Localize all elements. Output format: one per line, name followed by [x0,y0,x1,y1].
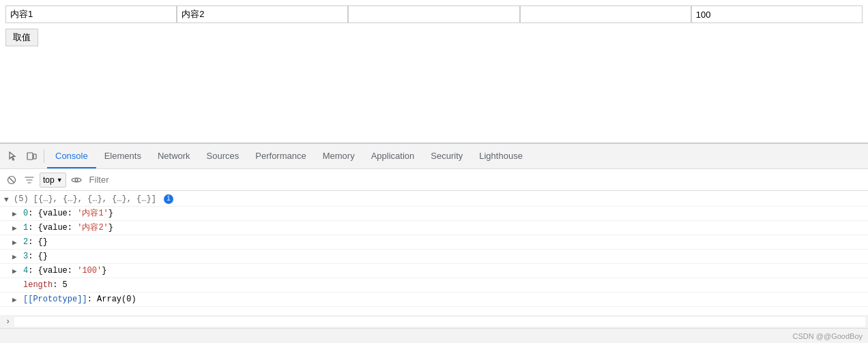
context-selector[interactable]: top ▼ [40,173,66,188]
console-line-item-2: ▶ 2: {} [0,235,868,250]
page-content: 取值 [0,0,868,143]
cursor-icon[interactable] [3,147,22,166]
expand-arrow-array[interactable]: ▼ [4,194,9,206]
tab-console[interactable]: Console [47,144,96,168]
eye-icon[interactable] [69,173,84,188]
input-field-3[interactable] [348,5,519,23]
expand-arrow-2[interactable]: ▶ [12,237,17,249]
clear-console-icon[interactable] [4,173,19,188]
expand-arrow-prototype[interactable]: ▶ [12,294,17,306]
array-header-text: (5) [{…}, {…}, {…}, {…}, {…}] i [14,193,173,205]
console-line-array-header: ▼ (5) [{…}, {…}, {…}, {…}, {…}] i [0,192,868,207]
svg-rect-1 [33,154,36,159]
item-2-text: 2: {} [23,236,48,248]
svg-point-4 [75,179,78,181]
tab-memory[interactable]: Memory [315,144,363,168]
input-field-4[interactable] [520,5,691,23]
expand-arrow-4[interactable]: ▶ [12,265,17,278]
prototype-text: [[Prototype]]: Array(0) [23,293,136,305]
console-line-item-3: ▶ 3: {} [0,250,868,264]
prompt-arrow-icon: › [5,317,10,327]
input-field-2[interactable] [177,5,348,23]
tab-lighthouse[interactable]: Lighthouse [471,144,531,168]
expand-arrow-1[interactable]: ▶ [12,222,17,235]
console-line-item-0: ▶ 0: {value: '内容1'} [0,207,868,221]
tab-elements[interactable]: Elements [96,144,149,168]
item-4-text: 4: {value: '100'} [23,265,106,277]
filter-input[interactable] [87,175,864,185]
take-value-button[interactable]: 取值 [5,29,38,46]
input-field-5[interactable] [691,5,863,23]
console-input[interactable] [14,317,865,327]
svg-line-3 [10,177,14,182]
length-text: length: 5 [23,279,68,291]
console-line-item-4: ▶ 4: {value: '100'} [0,264,868,278]
watermark-text: CSDN @@GoodBoy [793,332,863,340]
devtools-secondary-toolbar: top ▼ [0,169,868,191]
tab-security[interactable]: Security [422,144,471,168]
filter-icon[interactable] [22,173,37,188]
expand-arrow-3[interactable]: ▶ [12,251,17,263]
expand-arrow-0[interactable]: ▶ [12,208,17,220]
input-field-1[interactable] [5,5,177,23]
device-icon[interactable] [22,147,41,166]
console-output: ▼ (5) [{…}, {…}, {…}, {…}, {…}] i ▶ 0: {… [0,191,868,315]
item-3-text: 3: {} [23,250,48,263]
item-1-text: 1: {value: '内容2'} [23,222,113,234]
devtools-tab-bar: Console Elements Network Sources Perform… [0,144,868,169]
tab-performance[interactable]: Performance [247,144,314,168]
dropdown-arrow-icon: ▼ [57,177,63,183]
input-row [5,5,863,23]
tab-application[interactable]: Application [363,144,423,168]
svg-rect-0 [27,153,33,160]
info-icon[interactable]: i [164,194,173,204]
tab-sources[interactable]: Sources [199,144,248,168]
console-line-length: length: 5 [0,278,868,293]
toolbar-separator [44,149,44,163]
console-line-item-1: ▶ 1: {value: '内容2'} [0,221,868,235]
devtools-panel: Console Elements Network Sources Perform… [0,143,868,343]
tab-network[interactable]: Network [149,144,199,168]
console-line-prototype: ▶ [[Prototype]]: Array(0) [0,293,868,307]
item-0-text: 0: {value: '内容1'} [23,207,113,220]
top-label: top [43,175,55,185]
devtools-tabs: Console Elements Network Sources Perform… [47,144,531,168]
devtools-bottom-bar: CSDN @@GoodBoy [0,328,868,343]
console-prompt: › [0,315,868,328]
